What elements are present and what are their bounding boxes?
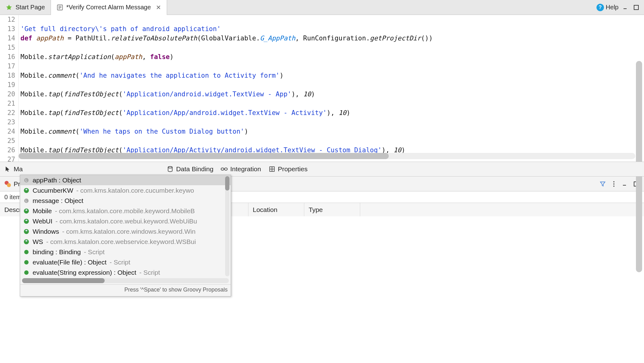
tab-properties[interactable]: Properties <box>269 165 308 173</box>
code-line[interactable]: Mobile.tap(findTestObject('Application/a… <box>19 90 644 99</box>
proposal-cls-icon <box>23 187 29 194</box>
line-number: 14 <box>0 34 15 43</box>
grid-icon <box>269 166 275 172</box>
svg-point-23 <box>613 186 615 187</box>
svg-text:L: L <box>25 199 27 203</box>
code-line[interactable]: Mobile.tap(findTestObject('Application/A… <box>19 108 644 117</box>
autocomplete-hscroll[interactable] <box>22 278 229 283</box>
autocomplete-vscroll[interactable] <box>225 176 229 276</box>
autocomplete-item[interactable]: Windows - com.kms.katalon.core.windows.k… <box>20 226 231 237</box>
autocomplete-hscroll-thumb[interactable] <box>22 278 105 283</box>
line-number: 24 <box>0 127 15 136</box>
svg-rect-1 <box>624 8 627 9</box>
autocomplete-item[interactable]: CucumberKW - com.kms.katalon.core.cucumb… <box>20 185 231 195</box>
line-number: 16 <box>0 52 15 62</box>
code-line[interactable] <box>19 15 644 24</box>
svg-point-14 <box>24 270 29 275</box>
cursor-icon <box>4 166 11 172</box>
line-number: 17 <box>0 62 15 71</box>
script-icon <box>57 4 63 11</box>
code-line[interactable] <box>19 136 644 145</box>
autocomplete-item[interactable]: WebUI - com.kms.katalon.core.webui.keywo… <box>20 216 231 226</box>
autocomplete-popup: LappPath : ObjectCucumberKW - com.kms.ka… <box>20 175 231 296</box>
horizontal-scrollbar-thumb[interactable] <box>19 153 389 159</box>
code-editor[interactable]: 1213141516171819202122232425262728293031… <box>0 15 644 162</box>
proposal-cls-icon <box>23 228 29 235</box>
close-icon[interactable]: ✕ <box>156 4 161 11</box>
tab-start-page-label: Start Page <box>16 4 45 11</box>
minimize-panel-icon[interactable] <box>622 181 628 187</box>
proposal-var-icon: L <box>23 198 29 204</box>
svg-rect-24 <box>623 185 626 186</box>
code-area[interactable]: 'Get full directory\'s path of android a… <box>19 15 644 162</box>
autocomplete-vscroll-thumb[interactable] <box>225 176 229 191</box>
col-location[interactable]: Location <box>248 203 304 216</box>
proposal-cls-icon <box>23 218 29 224</box>
tab-problems[interactable]: Pr <box>4 180 20 188</box>
tab-verify-alarm[interactable]: *Verify Correct Alarm Message ✕ <box>51 0 167 15</box>
svg-point-12 <box>24 250 29 254</box>
proposal-cls-icon <box>23 208 29 214</box>
tab-problems-label: Pr <box>14 180 20 188</box>
tab-integration[interactable]: Integration <box>221 165 261 173</box>
svg-point-20 <box>7 183 11 187</box>
svg-point-22 <box>613 183 615 185</box>
line-number: 18 <box>0 71 15 80</box>
code-line[interactable] <box>19 117 644 127</box>
col-type[interactable]: Type <box>304 203 360 216</box>
link-icon <box>221 166 228 172</box>
code-line[interactable]: Mobile.startApplication(appPath, false) <box>19 52 644 62</box>
filter-icon[interactable] <box>599 181 606 187</box>
autocomplete-item[interactable]: binding : Binding - Script <box>20 247 231 257</box>
tab-bar: Start Page *Verify Correct Alarm Message… <box>0 0 644 15</box>
autocomplete-item[interactable]: WS - com.kms.katalon.core.webservice.key… <box>20 237 231 247</box>
tab-integration-label: Integration <box>230 165 261 173</box>
database-icon <box>167 166 174 172</box>
tab-start-page[interactable]: Start Page <box>0 0 51 15</box>
tab-properties-label: Properties <box>278 165 308 173</box>
help-link[interactable]: ? Help <box>596 4 619 11</box>
svg-rect-17 <box>224 168 227 170</box>
code-line[interactable]: 'Get full directory\'s path of android a… <box>19 24 644 34</box>
top-right-controls: ? Help <box>596 4 644 11</box>
editor-bottom-tabs: Ma Data Binding Integration Properties <box>0 162 644 177</box>
line-number: 12 <box>0 15 15 24</box>
horizontal-scrollbar[interactable] <box>19 153 635 159</box>
line-number: 15 <box>0 43 15 52</box>
maximize-icon[interactable] <box>633 4 640 11</box>
autocomplete-item[interactable]: evaluate(String expression) : Object - S… <box>20 267 231 278</box>
col-spacer <box>360 203 644 216</box>
line-number: 22 <box>0 108 15 117</box>
warning-icon <box>4 181 11 187</box>
tab-manual[interactable]: Ma <box>4 165 23 173</box>
minimize-icon[interactable] <box>622 4 629 11</box>
line-number: 27 <box>0 155 15 162</box>
help-label: Help <box>606 4 619 11</box>
autocomplete-item[interactable]: evaluate(File file) : Object - Script <box>20 257 231 267</box>
svg-rect-16 <box>221 168 224 170</box>
proposal-method-icon <box>23 269 29 276</box>
vertical-scrollbar[interactable] <box>636 17 642 159</box>
code-line[interactable] <box>19 80 644 90</box>
autocomplete-item[interactable]: LappPath : Object <box>20 175 231 185</box>
proposal-method-icon <box>23 259 29 265</box>
code-line[interactable] <box>19 43 644 52</box>
autocomplete-item[interactable]: Mobile - com.kms.katalon.core.mobile.key… <box>20 206 231 216</box>
code-line[interactable]: Mobile.comment('And he navigates the app… <box>19 71 644 80</box>
tab-data-binding-label: Data Binding <box>176 165 213 173</box>
proposal-method-icon <box>23 249 29 255</box>
tab-data-binding[interactable]: Data Binding <box>167 165 213 173</box>
code-line[interactable] <box>19 99 644 108</box>
code-line[interactable]: def appPath = PathUtil.relativeToAbsolut… <box>19 34 644 43</box>
code-line[interactable]: Mobile.comment('When he taps on the Cust… <box>19 127 644 136</box>
svg-rect-2 <box>634 5 638 10</box>
proposal-var-icon: L <box>23 177 29 183</box>
svg-point-21 <box>613 181 615 182</box>
line-number-gutter: 1213141516171819202122232425262728293031… <box>0 15 19 162</box>
autocomplete-list[interactable]: LappPath : ObjectCucumberKW - com.kms.ka… <box>20 175 231 278</box>
line-number: 13 <box>0 24 15 34</box>
star-icon <box>6 4 12 11</box>
code-line[interactable] <box>19 62 644 71</box>
menu-dots-icon[interactable] <box>610 181 617 187</box>
autocomplete-item[interactable]: Lmessage : Object <box>20 195 231 206</box>
